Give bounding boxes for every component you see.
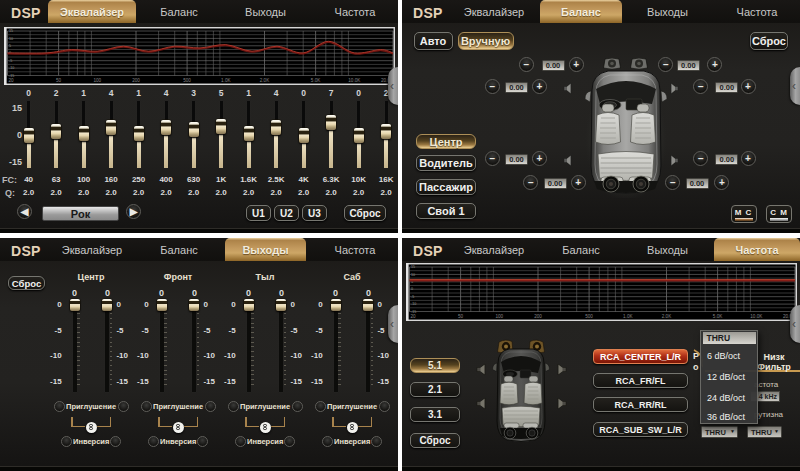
svg-text:10: 10 [9, 37, 13, 41]
svg-text:100: 100 [495, 314, 503, 319]
svg-text:20: 20 [411, 314, 417, 319]
svg-text:200: 200 [132, 78, 140, 83]
svg-text:200: 200 [534, 314, 542, 319]
svg-text:2.0K: 2.0K [260, 78, 270, 83]
svg-text:5.0K: 5.0K [311, 78, 321, 83]
svg-text:500: 500 [183, 78, 191, 83]
svg-text:-5: -5 [411, 295, 414, 299]
svg-text:0: 0 [411, 287, 413, 291]
svg-text:20: 20 [9, 78, 15, 83]
svg-text:5: 5 [9, 44, 11, 48]
svg-text:50: 50 [458, 314, 464, 319]
svg-text:-10: -10 [9, 66, 14, 70]
svg-text:-10: -10 [411, 302, 416, 306]
svg-text:5.0K: 5.0K [713, 314, 723, 319]
svg-text:10: 10 [411, 273, 415, 277]
svg-text:50: 50 [56, 78, 62, 83]
svg-text:1.0K: 1.0K [221, 78, 231, 83]
svg-text:500: 500 [585, 314, 593, 319]
svg-text:-5: -5 [9, 59, 12, 63]
svg-text:2.0K: 2.0K [662, 314, 672, 319]
svg-text:15: 15 [411, 265, 415, 269]
svg-text:100: 100 [93, 78, 101, 83]
svg-text:10.0K: 10.0K [348, 78, 361, 83]
svg-text:10.0K: 10.0K [750, 314, 763, 319]
svg-text:15: 15 [9, 29, 13, 33]
svg-text:1.0K: 1.0K [623, 314, 633, 319]
